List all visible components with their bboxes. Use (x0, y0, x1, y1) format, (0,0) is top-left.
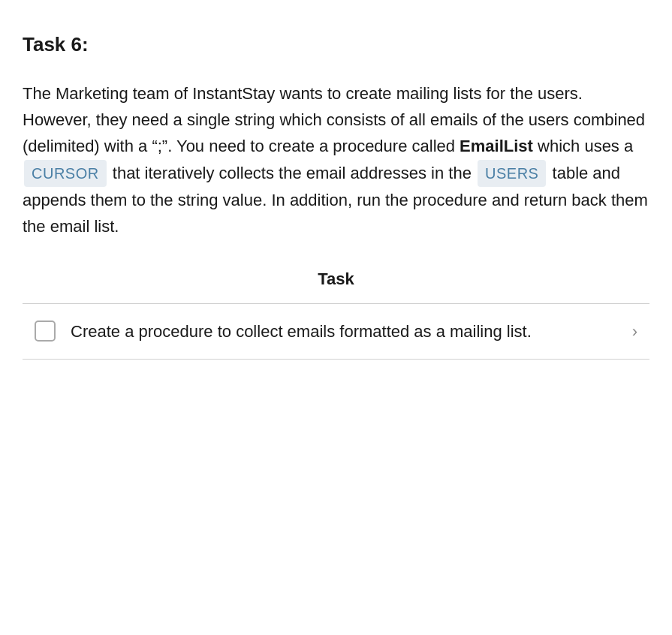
page-container: Task 6: The Marketing team of InstantSta… (0, 0, 672, 390)
description-part3: that iteratively collects the email addr… (108, 164, 476, 182)
cursor-keyword-badge: CURSOR (24, 160, 107, 187)
task-title: Task 6: (23, 30, 649, 59)
task-description: The Marketing team of InstantStay wants … (23, 80, 649, 239)
task-section-heading: Task (23, 266, 649, 291)
task-checkbox[interactable] (35, 321, 56, 342)
task-item: Create a procedure to collect emails for… (23, 304, 649, 360)
task-item-text: Create a procedure to collect emails for… (71, 319, 617, 344)
users-keyword-badge: USERS (478, 160, 546, 187)
chevron-right-icon[interactable]: › (632, 319, 637, 344)
description-part2: which uses a (533, 137, 637, 155)
task-list: Create a procedure to collect emails for… (23, 303, 649, 360)
bold-term: EmailList (460, 137, 533, 155)
